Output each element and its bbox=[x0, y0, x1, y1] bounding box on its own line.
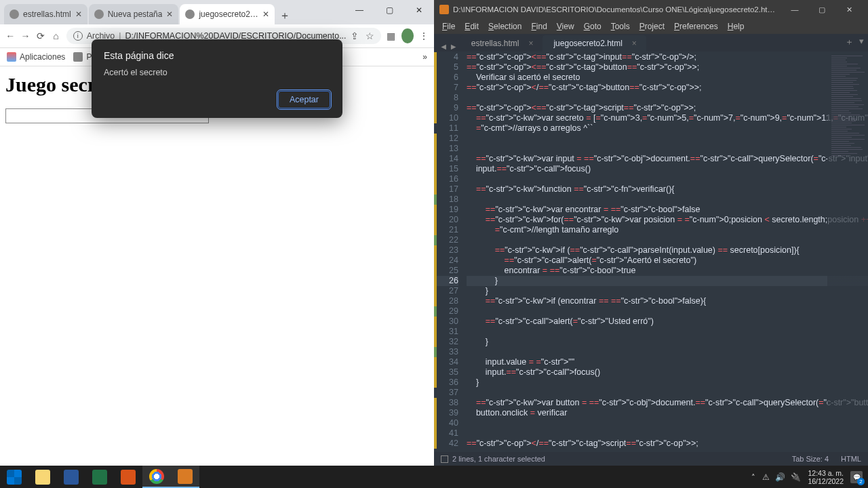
menu-icon[interactable]: ⋮ bbox=[419, 30, 429, 42]
star-icon[interactable]: ☆ bbox=[366, 30, 374, 41]
line-number[interactable]: 7 bbox=[434, 83, 458, 93]
line-number[interactable]: 16 bbox=[434, 174, 458, 184]
line-number[interactable]: 30 bbox=[434, 317, 458, 327]
back-button[interactable]: ← bbox=[5, 30, 15, 42]
line-number[interactable]: 19 bbox=[434, 205, 458, 215]
sound-icon[interactable]: 🔊 bbox=[775, 472, 785, 482]
dialog-accept-button[interactable]: Aceptar bbox=[278, 91, 330, 108]
code-line[interactable]: ="c-cmt">//length tamaño arreglo bbox=[467, 225, 868, 235]
line-number[interactable]: 23 bbox=[434, 245, 458, 256]
minimap[interactable] bbox=[827, 52, 868, 452]
menu-view[interactable]: View bbox=[553, 20, 578, 33]
battery-icon[interactable]: 🔌 bbox=[791, 472, 801, 482]
code-line[interactable]: =="c-str">"c-call">alert(="c-str">"Acert… bbox=[467, 256, 868, 266]
line-number[interactable]: 38 bbox=[434, 398, 458, 408]
tray-chevron-icon[interactable]: ˄ bbox=[751, 473, 755, 481]
forward-button[interactable]: → bbox=[20, 30, 30, 42]
code-line[interactable] bbox=[467, 144, 868, 154]
nav-fwd-icon[interactable]: ► bbox=[449, 42, 457, 52]
code-line[interactable]: =="c-str">"c-kw">var encontrar = =="c-st… bbox=[467, 205, 868, 215]
profile-avatar[interactable] bbox=[401, 28, 414, 43]
sublime-taskbar-button[interactable] bbox=[171, 466, 199, 488]
start-button[interactable] bbox=[0, 466, 28, 488]
sublime-maximize[interactable]: ▢ bbox=[808, 0, 835, 19]
nav-back-icon[interactable]: ◄ bbox=[439, 42, 448, 52]
line-number[interactable]: 11 bbox=[434, 123, 458, 134]
code-line[interactable]: Verificar si acertó el secreto bbox=[467, 73, 868, 83]
line-number[interactable]: 18 bbox=[434, 195, 458, 205]
reload-button[interactable]: ⟳ bbox=[36, 30, 45, 42]
wifi-icon[interactable]: ⚠ bbox=[762, 472, 770, 482]
code-line[interactable]: =="c-str">"c-kw">if (encontrar == =="c-s… bbox=[467, 296, 868, 306]
notifications-button[interactable]: 💬2 bbox=[850, 471, 863, 483]
status-box-icon[interactable] bbox=[441, 455, 448, 463]
line-number[interactable]: 27 bbox=[434, 286, 458, 296]
line-number[interactable]: 13 bbox=[434, 144, 458, 154]
line-number[interactable]: 5 bbox=[434, 62, 458, 73]
word-button[interactable] bbox=[57, 466, 85, 488]
menu-selection[interactable]: Selection bbox=[484, 20, 526, 33]
new-tab-button[interactable]: ＋ bbox=[276, 7, 294, 24]
menu-preferences[interactable]: Preferences bbox=[670, 20, 722, 33]
code-line[interactable]: =="c-str">"c-op"></=="c-str">"c-tag">but… bbox=[467, 83, 868, 93]
code-line[interactable]: =="c-str">"c-op"><=="c-str">"c-tag">butt… bbox=[467, 62, 868, 73]
site-info-icon[interactable]: i bbox=[73, 31, 83, 41]
line-number[interactable]: 28 bbox=[434, 296, 458, 306]
code-line[interactable] bbox=[467, 388, 868, 398]
code-line[interactable] bbox=[467, 235, 868, 245]
code-line[interactable] bbox=[467, 327, 868, 337]
code-line[interactable] bbox=[467, 174, 868, 184]
line-number[interactable]: 24 bbox=[434, 256, 458, 266]
line-number[interactable]: 41 bbox=[434, 428, 458, 439]
home-button[interactable]: ⌂ bbox=[51, 30, 60, 42]
menu-tools[interactable]: Tools bbox=[607, 20, 634, 33]
sublime-minimize[interactable]: ― bbox=[781, 0, 808, 19]
line-number[interactable]: 10 bbox=[434, 113, 458, 123]
browser-tab[interactable]: Nueva pestaña✕ bbox=[89, 4, 179, 24]
code-line[interactable]: =="c-str">"c-kw">var button = =="c-str">… bbox=[467, 398, 868, 408]
bookmarks-overflow[interactable]: » bbox=[422, 52, 427, 62]
code-line[interactable]: =="c-str">"c-call">alert(="c-str">"Usted… bbox=[467, 317, 868, 327]
line-number[interactable]: 29 bbox=[434, 306, 458, 317]
line-number[interactable]: 8 bbox=[434, 93, 458, 103]
code-line[interactable]: =="c-str">"c-op"><=="c-str">"c-tag">scri… bbox=[467, 103, 868, 113]
maximize-button[interactable]: ▢ bbox=[374, 0, 404, 20]
line-number[interactable]: 37 bbox=[434, 388, 458, 398]
code-line[interactable]: } bbox=[467, 276, 868, 286]
code-line[interactable]: =="c-str">"c-op"><=="c-str">"c-tag">inpu… bbox=[467, 52, 868, 62]
line-number[interactable]: 4 bbox=[434, 52, 458, 62]
code-line[interactable] bbox=[467, 428, 868, 439]
sublime-close[interactable]: ✕ bbox=[835, 0, 863, 19]
code-line[interactable] bbox=[467, 195, 868, 205]
tab-menu-icon[interactable]: ▾ bbox=[859, 36, 864, 48]
minimize-button[interactable]: ― bbox=[344, 0, 374, 20]
line-number[interactable]: 40 bbox=[434, 418, 458, 428]
line-number[interactable]: 22 bbox=[434, 235, 458, 245]
code-line[interactable]: input.value = ="c-str">"" bbox=[467, 357, 868, 367]
code-line[interactable]: input.=="c-str">"c-call">focus() bbox=[467, 164, 868, 174]
code-line[interactable]: =="c-str">"c-kw">function =="c-str">"c-f… bbox=[467, 184, 868, 195]
line-number[interactable]: 26 bbox=[434, 276, 458, 286]
editor-tab[interactable]: juegosecreto2.html× bbox=[542, 35, 646, 52]
line-number[interactable]: 25 bbox=[434, 266, 458, 276]
editor-tab[interactable]: estrellas.html× bbox=[460, 35, 543, 52]
close-button[interactable]: ✕ bbox=[404, 0, 434, 20]
clock[interactable]: 12:43 a. m. 16/12/2022 bbox=[808, 469, 844, 485]
line-number[interactable]: 20 bbox=[434, 215, 458, 225]
tab-close-icon[interactable]: ✕ bbox=[262, 9, 269, 19]
code-line[interactable]: encontrar = =="c-str">"c-bool">true bbox=[467, 266, 868, 276]
menu-find[interactable]: Find bbox=[527, 20, 551, 33]
code-line[interactable]: =="c-str">"c-kw">var input = =="c-str">"… bbox=[467, 154, 868, 164]
line-number[interactable]: 21 bbox=[434, 225, 458, 235]
extensions-icon[interactable]: ▦ bbox=[387, 30, 396, 42]
line-number[interactable]: 14 bbox=[434, 154, 458, 164]
line-number[interactable]: 34 bbox=[434, 357, 458, 367]
code-line[interactable]: } bbox=[467, 286, 868, 296]
code-line[interactable]: } bbox=[467, 337, 868, 347]
line-number[interactable]: 39 bbox=[434, 408, 458, 418]
menu-edit[interactable]: Edit bbox=[460, 20, 483, 33]
editor-tab-close-icon[interactable]: × bbox=[528, 39, 533, 48]
line-number[interactable]: 42 bbox=[434, 439, 458, 449]
apps-shortcut[interactable]: Aplicaciones bbox=[7, 52, 65, 62]
menu-help[interactable]: Help bbox=[724, 20, 749, 33]
